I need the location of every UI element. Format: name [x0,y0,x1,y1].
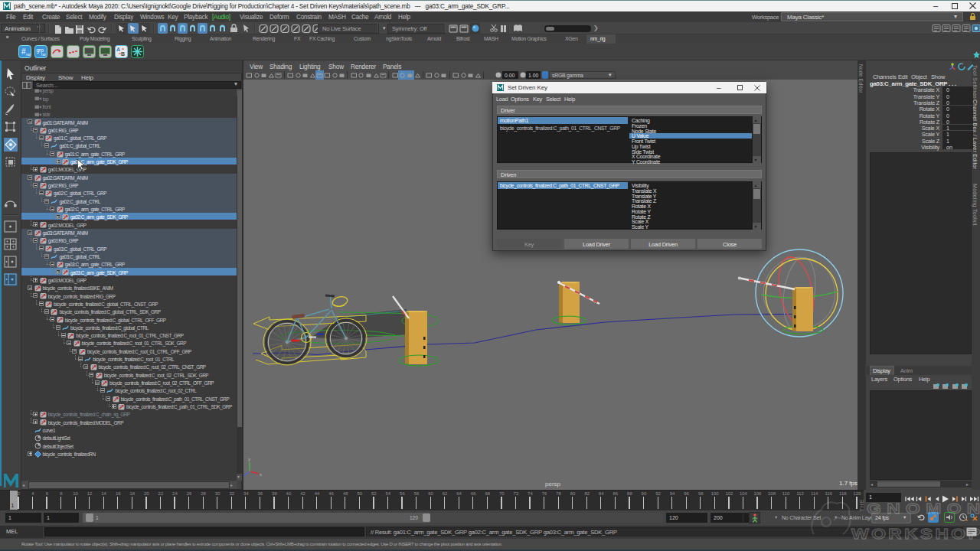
svg-text:persp: persp [545,481,561,487]
svg-text:x: x [260,472,262,477]
svg-text:y: y [248,457,250,461]
svg-text:1.7 fps: 1.7 fps [839,480,858,487]
